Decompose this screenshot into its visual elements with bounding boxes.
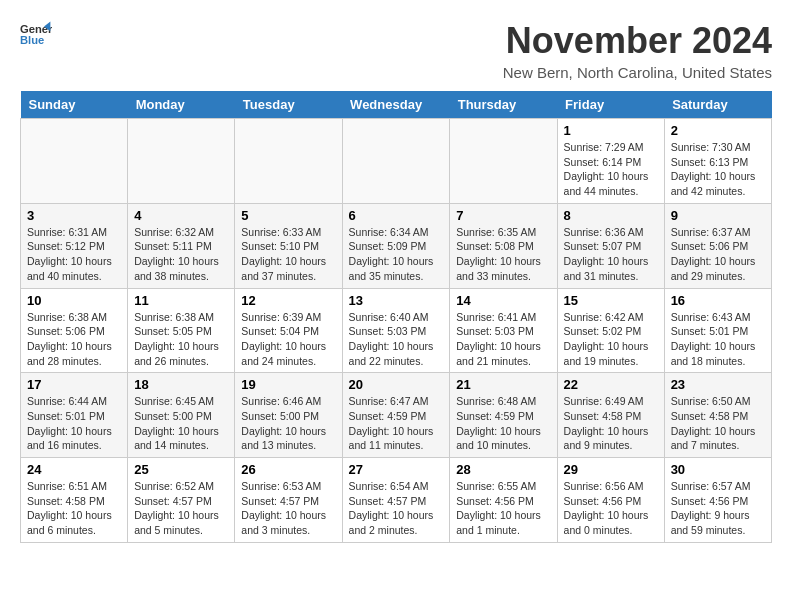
- day-number: 2: [671, 123, 765, 138]
- day-info: Sunrise: 6:55 AM Sunset: 4:56 PM Dayligh…: [456, 479, 550, 538]
- table-row: 14Sunrise: 6:41 AM Sunset: 5:03 PM Dayli…: [450, 288, 557, 373]
- day-info: Sunrise: 6:49 AM Sunset: 4:58 PM Dayligh…: [564, 394, 658, 453]
- header-tuesday: Tuesday: [235, 91, 342, 119]
- table-row: 1Sunrise: 7:29 AM Sunset: 6:14 PM Daylig…: [557, 119, 664, 204]
- day-info: Sunrise: 6:32 AM Sunset: 5:11 PM Dayligh…: [134, 225, 228, 284]
- day-info: Sunrise: 6:41 AM Sunset: 5:03 PM Dayligh…: [456, 310, 550, 369]
- table-row: 20Sunrise: 6:47 AM Sunset: 4:59 PM Dayli…: [342, 373, 450, 458]
- subtitle: New Bern, North Carolina, United States: [503, 64, 772, 81]
- day-number: 6: [349, 208, 444, 223]
- table-row: [128, 119, 235, 204]
- day-number: 3: [27, 208, 121, 223]
- day-number: 14: [456, 293, 550, 308]
- day-info: Sunrise: 6:45 AM Sunset: 5:00 PM Dayligh…: [134, 394, 228, 453]
- table-row: 7Sunrise: 6:35 AM Sunset: 5:08 PM Daylig…: [450, 203, 557, 288]
- day-number: 1: [564, 123, 658, 138]
- table-row: 18Sunrise: 6:45 AM Sunset: 5:00 PM Dayli…: [128, 373, 235, 458]
- table-row: 21Sunrise: 6:48 AM Sunset: 4:59 PM Dayli…: [450, 373, 557, 458]
- day-number: 13: [349, 293, 444, 308]
- day-number: 5: [241, 208, 335, 223]
- day-number: 24: [27, 462, 121, 477]
- logo: General Blue: [20, 20, 52, 48]
- day-info: Sunrise: 6:48 AM Sunset: 4:59 PM Dayligh…: [456, 394, 550, 453]
- day-number: 22: [564, 377, 658, 392]
- day-info: Sunrise: 6:44 AM Sunset: 5:01 PM Dayligh…: [27, 394, 121, 453]
- logo-icon: General Blue: [20, 20, 52, 48]
- table-row: [450, 119, 557, 204]
- day-number: 11: [134, 293, 228, 308]
- header-wednesday: Wednesday: [342, 91, 450, 119]
- table-row: 22Sunrise: 6:49 AM Sunset: 4:58 PM Dayli…: [557, 373, 664, 458]
- day-info: Sunrise: 6:40 AM Sunset: 5:03 PM Dayligh…: [349, 310, 444, 369]
- calendar-week-row: 24Sunrise: 6:51 AM Sunset: 4:58 PM Dayli…: [21, 458, 772, 543]
- day-info: Sunrise: 6:56 AM Sunset: 4:56 PM Dayligh…: [564, 479, 658, 538]
- table-row: 17Sunrise: 6:44 AM Sunset: 5:01 PM Dayli…: [21, 373, 128, 458]
- table-row: 2Sunrise: 7:30 AM Sunset: 6:13 PM Daylig…: [664, 119, 771, 204]
- table-row: 3Sunrise: 6:31 AM Sunset: 5:12 PM Daylig…: [21, 203, 128, 288]
- table-row: 4Sunrise: 6:32 AM Sunset: 5:11 PM Daylig…: [128, 203, 235, 288]
- day-info: Sunrise: 6:43 AM Sunset: 5:01 PM Dayligh…: [671, 310, 765, 369]
- table-row: 9Sunrise: 6:37 AM Sunset: 5:06 PM Daylig…: [664, 203, 771, 288]
- day-number: 15: [564, 293, 658, 308]
- day-number: 4: [134, 208, 228, 223]
- day-number: 21: [456, 377, 550, 392]
- table-row: 30Sunrise: 6:57 AM Sunset: 4:56 PM Dayli…: [664, 458, 771, 543]
- header-monday: Monday: [128, 91, 235, 119]
- day-number: 20: [349, 377, 444, 392]
- day-info: Sunrise: 6:42 AM Sunset: 5:02 PM Dayligh…: [564, 310, 658, 369]
- day-info: Sunrise: 6:39 AM Sunset: 5:04 PM Dayligh…: [241, 310, 335, 369]
- day-info: Sunrise: 6:57 AM Sunset: 4:56 PM Dayligh…: [671, 479, 765, 538]
- day-info: Sunrise: 7:29 AM Sunset: 6:14 PM Dayligh…: [564, 140, 658, 199]
- day-info: Sunrise: 6:46 AM Sunset: 5:00 PM Dayligh…: [241, 394, 335, 453]
- calendar-header-row: Sunday Monday Tuesday Wednesday Thursday…: [21, 91, 772, 119]
- day-number: 26: [241, 462, 335, 477]
- table-row: 11Sunrise: 6:38 AM Sunset: 5:05 PM Dayli…: [128, 288, 235, 373]
- day-info: Sunrise: 6:52 AM Sunset: 4:57 PM Dayligh…: [134, 479, 228, 538]
- day-info: Sunrise: 6:33 AM Sunset: 5:10 PM Dayligh…: [241, 225, 335, 284]
- page-header: General Blue November 2024 New Bern, Nor…: [20, 20, 772, 81]
- table-row: 25Sunrise: 6:52 AM Sunset: 4:57 PM Dayli…: [128, 458, 235, 543]
- header-sunday: Sunday: [21, 91, 128, 119]
- day-info: Sunrise: 6:36 AM Sunset: 5:07 PM Dayligh…: [564, 225, 658, 284]
- day-number: 25: [134, 462, 228, 477]
- calendar-table: Sunday Monday Tuesday Wednesday Thursday…: [20, 91, 772, 543]
- table-row: 23Sunrise: 6:50 AM Sunset: 4:58 PM Dayli…: [664, 373, 771, 458]
- calendar-week-row: 3Sunrise: 6:31 AM Sunset: 5:12 PM Daylig…: [21, 203, 772, 288]
- day-number: 30: [671, 462, 765, 477]
- table-row: 13Sunrise: 6:40 AM Sunset: 5:03 PM Dayli…: [342, 288, 450, 373]
- main-title: November 2024: [503, 20, 772, 62]
- table-row: 8Sunrise: 6:36 AM Sunset: 5:07 PM Daylig…: [557, 203, 664, 288]
- day-number: 16: [671, 293, 765, 308]
- day-number: 27: [349, 462, 444, 477]
- table-row: 19Sunrise: 6:46 AM Sunset: 5:00 PM Dayli…: [235, 373, 342, 458]
- day-info: Sunrise: 6:54 AM Sunset: 4:57 PM Dayligh…: [349, 479, 444, 538]
- day-number: 10: [27, 293, 121, 308]
- day-number: 29: [564, 462, 658, 477]
- day-info: Sunrise: 6:37 AM Sunset: 5:06 PM Dayligh…: [671, 225, 765, 284]
- calendar-week-row: 10Sunrise: 6:38 AM Sunset: 5:06 PM Dayli…: [21, 288, 772, 373]
- day-number: 12: [241, 293, 335, 308]
- calendar-week-row: 17Sunrise: 6:44 AM Sunset: 5:01 PM Dayli…: [21, 373, 772, 458]
- day-number: 28: [456, 462, 550, 477]
- table-row: [342, 119, 450, 204]
- header-thursday: Thursday: [450, 91, 557, 119]
- day-info: Sunrise: 6:34 AM Sunset: 5:09 PM Dayligh…: [349, 225, 444, 284]
- day-number: 9: [671, 208, 765, 223]
- table-row: 28Sunrise: 6:55 AM Sunset: 4:56 PM Dayli…: [450, 458, 557, 543]
- table-row: 29Sunrise: 6:56 AM Sunset: 4:56 PM Dayli…: [557, 458, 664, 543]
- table-row: 10Sunrise: 6:38 AM Sunset: 5:06 PM Dayli…: [21, 288, 128, 373]
- day-info: Sunrise: 6:51 AM Sunset: 4:58 PM Dayligh…: [27, 479, 121, 538]
- day-info: Sunrise: 7:30 AM Sunset: 6:13 PM Dayligh…: [671, 140, 765, 199]
- table-row: 16Sunrise: 6:43 AM Sunset: 5:01 PM Dayli…: [664, 288, 771, 373]
- header-friday: Friday: [557, 91, 664, 119]
- table-row: 6Sunrise: 6:34 AM Sunset: 5:09 PM Daylig…: [342, 203, 450, 288]
- title-block: November 2024 New Bern, North Carolina, …: [503, 20, 772, 81]
- day-info: Sunrise: 6:31 AM Sunset: 5:12 PM Dayligh…: [27, 225, 121, 284]
- calendar-week-row: 1Sunrise: 7:29 AM Sunset: 6:14 PM Daylig…: [21, 119, 772, 204]
- day-number: 19: [241, 377, 335, 392]
- day-info: Sunrise: 6:35 AM Sunset: 5:08 PM Dayligh…: [456, 225, 550, 284]
- table-row: [21, 119, 128, 204]
- day-info: Sunrise: 6:47 AM Sunset: 4:59 PM Dayligh…: [349, 394, 444, 453]
- table-row: [235, 119, 342, 204]
- table-row: 15Sunrise: 6:42 AM Sunset: 5:02 PM Dayli…: [557, 288, 664, 373]
